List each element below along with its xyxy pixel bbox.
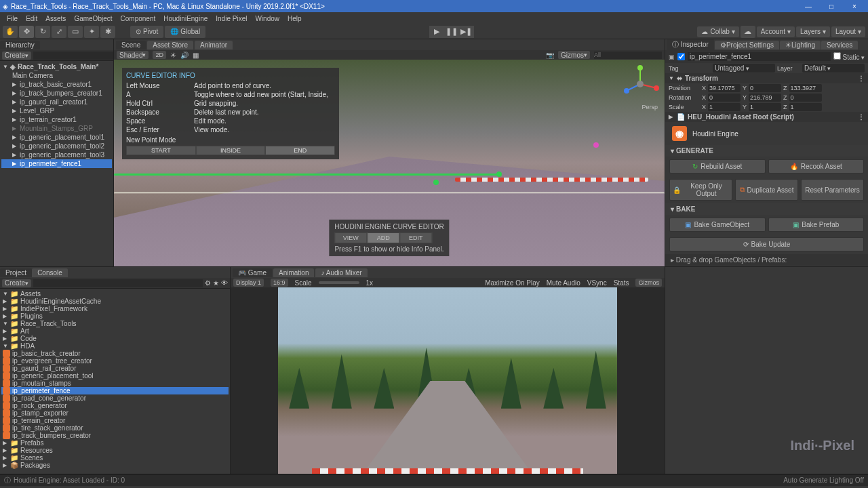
- tab-project-settings[interactable]: ⚙Project Settings: [715, 41, 779, 49]
- handle-global[interactable]: 🌐Global: [165, 26, 205, 38]
- handle-pivot[interactable]: ⊙Pivot: [130, 26, 163, 38]
- hda-asset[interactable]: ip_moutain_stamps: [1, 380, 229, 387]
- twod-toggle[interactable]: 2D: [153, 51, 166, 59]
- hierarchy-create[interactable]: Create ▾: [2, 52, 31, 60]
- account-dropdown[interactable]: Account▾: [757, 26, 795, 37]
- close-button[interactable]: ×: [844, 1, 865, 12]
- shaded-dropdown[interactable]: Shaded ▾: [117, 51, 149, 59]
- hierarchy-item[interactable]: ▶ip_generic_placement_tool1: [1, 133, 112, 142]
- hda-asset[interactable]: ip_rock_generator: [1, 402, 229, 409]
- hidden-icon[interactable]: 👁: [221, 279, 228, 287]
- hda-asset[interactable]: ip_stamp_exporter: [1, 409, 229, 417]
- hda-asset[interactable]: ip_evergreen_tree_creator: [1, 357, 229, 365]
- transform-header[interactable]: ▼⬌Transform⋮: [665, 73, 868, 83]
- static-toggle[interactable]: Static ▾: [833, 52, 865, 61]
- step-button[interactable]: ▶❚: [459, 26, 474, 38]
- hda-asset[interactable]: ip_gaurd_rail_creator: [1, 365, 229, 372]
- tab-animator[interactable]: Animator: [195, 41, 233, 49]
- lighting-status[interactable]: Auto Generate Lighting Off: [783, 476, 864, 484]
- keep-only-button[interactable]: 🔒Keep Only Output: [669, 179, 732, 201]
- pos-y[interactable]: 0: [749, 84, 781, 92]
- favorite-icon[interactable]: ★: [213, 279, 219, 287]
- component-menu-icon[interactable]: ⋮: [858, 75, 865, 82]
- hda-asset-selected[interactable]: ip_perimeter_fence: [1, 387, 229, 394]
- hda-asset[interactable]: ip_generic_placement_tool: [1, 372, 229, 380]
- project-folder[interactable]: ▶📁Plugins: [1, 312, 229, 320]
- hda-asset[interactable]: ip_track_bumpers_creator: [1, 432, 229, 439]
- project-create[interactable]: Create ▾: [2, 279, 31, 287]
- project-folder[interactable]: ▼📁HDA: [1, 342, 229, 350]
- object-name-field[interactable]: [688, 52, 831, 61]
- curve-node-icon[interactable]: [433, 180, 439, 185]
- mode-start[interactable]: START: [126, 146, 196, 155]
- scene-viewport[interactable]: CURVE EDITOR INFO Left MouseAdd point to…: [114, 60, 665, 266]
- tab-scene[interactable]: Scene: [116, 41, 146, 49]
- display-dropdown[interactable]: Display 1: [233, 279, 264, 287]
- hierarchy-item[interactable]: ▶ip_generic_placement_tool3: [1, 150, 112, 159]
- layout-dropdown[interactable]: Layout▾: [831, 26, 865, 37]
- drag-hint[interactable]: ▸ Drag & drop GameObjects / Prefabs:: [665, 254, 868, 266]
- vsync-toggle[interactable]: VSync: [587, 279, 607, 287]
- menu-houdiniengine[interactable]: HoudiniEngine: [159, 15, 212, 22]
- scene-audio-icon[interactable]: 🔊: [180, 52, 189, 59]
- hierarchy-search[interactable]: [33, 52, 113, 60]
- scene-camera-icon[interactable]: 📷: [546, 52, 554, 59]
- rebuild-button[interactable]: ↻Rebuild Asset: [669, 159, 766, 174]
- layers-dropdown[interactable]: Layers▾: [796, 26, 830, 37]
- hda-asset[interactable]: ip_terrain_creator: [1, 417, 229, 424]
- hierarchy-item[interactable]: ▶ip_track_basic_creator1: [1, 80, 112, 89]
- hierarchy-item[interactable]: ▶ip_generic_placement_tool2: [1, 142, 112, 150]
- aspect-dropdown[interactable]: 16:9: [271, 279, 288, 287]
- menu-window[interactable]: Window: [251, 15, 283, 22]
- packages-root[interactable]: ▶📦Packages: [1, 462, 229, 469]
- scene-root[interactable]: ▼◈Race_Track_Tools_Main*: [1, 62, 112, 71]
- tool-rect[interactable]: ▭: [68, 26, 83, 38]
- tab-game[interactable]: 🎮 Game: [233, 268, 272, 277]
- assets-root[interactable]: ▼📁Assets: [1, 290, 229, 298]
- collab-dropdown[interactable]: ☁Collab▾: [697, 26, 738, 37]
- hda-asset[interactable]: ip_road_cone_generator: [1, 394, 229, 402]
- scale-slider[interactable]: [319, 281, 359, 284]
- menu-gameobject[interactable]: GameObject: [70, 15, 116, 22]
- reset-params-button[interactable]: Reset Parameters: [801, 179, 864, 201]
- scene-light-icon[interactable]: ☀: [170, 52, 176, 59]
- maximize-button[interactable]: □: [821, 1, 842, 12]
- rot-y[interactable]: 216.789: [749, 94, 781, 102]
- tool-move[interactable]: ✥: [19, 26, 34, 38]
- game-gizmos[interactable]: Gizmos: [635, 279, 662, 287]
- bake-prefab-button[interactable]: ▣Bake Prefab: [768, 218, 865, 232]
- project-search[interactable]: [33, 279, 203, 287]
- tool-scale[interactable]: ⤢: [52, 26, 66, 38]
- play-button[interactable]: ▶: [429, 26, 444, 38]
- tab-lighting[interactable]: ☀Lighting: [780, 41, 821, 49]
- project-folder[interactable]: ▶📁Prefabs: [1, 439, 229, 447]
- orientation-gizmo[interactable]: [620, 64, 660, 104]
- tool-custom[interactable]: ✱: [100, 26, 115, 38]
- tool-rotate[interactable]: ↻: [35, 26, 50, 38]
- hierarchy-item[interactable]: ▶Mountain_Stamps_GRP: [1, 124, 112, 133]
- menu-help[interactable]: Help: [283, 15, 306, 22]
- tab-services[interactable]: Services: [821, 41, 858, 49]
- bake-update-button[interactable]: ⟳Bake Update: [669, 237, 864, 251]
- hierarchy-item-selected[interactable]: ▶ip_perimeter_fence1: [1, 159, 112, 168]
- hierarchy-item[interactable]: Main Camera: [1, 71, 112, 80]
- minimize-button[interactable]: —: [797, 1, 819, 12]
- scl-y[interactable]: 1: [749, 103, 781, 111]
- hce-add[interactable]: ADD: [367, 232, 399, 243]
- project-folder[interactable]: ▼📁Race_Track_Tools: [1, 320, 229, 327]
- hierarchy-tab[interactable]: Hierarchy: [0, 41, 40, 49]
- hierarchy-item[interactable]: ▶ip_track_bumpers_creator1: [1, 89, 112, 98]
- filter-icon[interactable]: ⚙: [205, 279, 211, 287]
- component-menu-icon[interactable]: ⋮: [858, 113, 865, 121]
- mode-inside[interactable]: INSIDE: [196, 146, 266, 155]
- stats-toggle[interactable]: Stats: [614, 279, 629, 287]
- recook-button[interactable]: 🔥Recook Asset: [768, 159, 865, 174]
- bake-section[interactable]: ▾BAKE: [665, 203, 868, 215]
- tag-dropdown[interactable]: Untagged ▾: [713, 64, 775, 73]
- rot-z[interactable]: 0: [789, 94, 822, 102]
- menu-file[interactable]: File: [3, 15, 22, 22]
- generate-section[interactable]: ▾GENERATE: [665, 145, 868, 157]
- menu-assets[interactable]: Assets: [41, 15, 70, 22]
- menu-edit[interactable]: Edit: [22, 15, 41, 22]
- hierarchy-item[interactable]: ▶ip_terrain_creator1: [1, 115, 112, 124]
